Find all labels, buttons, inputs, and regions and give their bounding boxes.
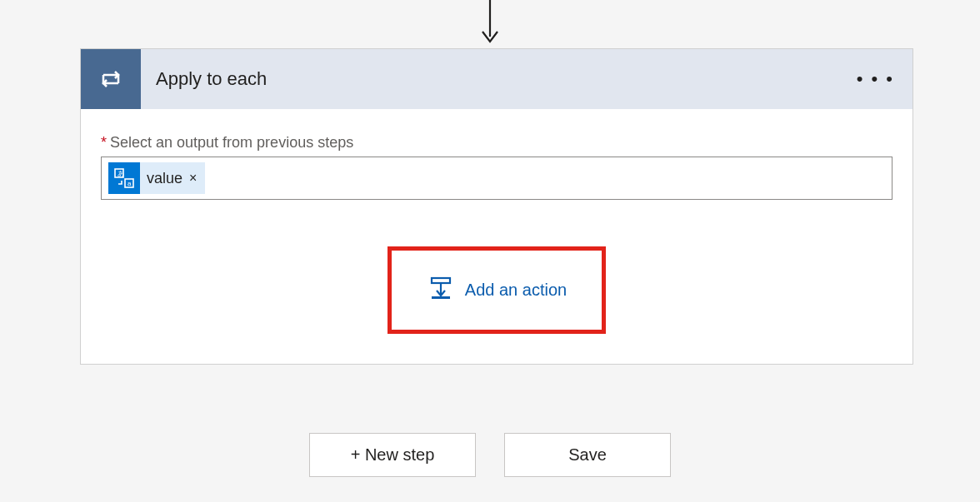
new-step-label: + New step	[351, 445, 435, 464]
svg-text:あ: あ	[118, 170, 124, 177]
field-label-row: * Select an output from previous steps	[101, 134, 892, 152]
card-header[interactable]: Apply to each • • •	[81, 49, 912, 109]
add-action-container: Add an action	[101, 246, 892, 334]
save-button[interactable]: Save	[504, 433, 671, 477]
card-body: * Select an output from previous steps あ…	[81, 109, 912, 364]
save-label: Save	[568, 445, 607, 464]
flow-canvas: Apply to each • • • * Select an output f…	[0, 0, 980, 502]
apply-to-each-card: Apply to each • • • * Select an output f…	[80, 48, 913, 365]
card-title: Apply to each	[156, 68, 267, 90]
field-label: Select an output from previous steps	[110, 134, 353, 152]
more-options-button[interactable]: • • •	[850, 65, 901, 93]
new-step-button[interactable]: + New step	[309, 433, 476, 477]
remove-token-icon[interactable]: ×	[189, 171, 197, 186]
add-action-icon	[427, 274, 455, 306]
value-token[interactable]: あ a value ×	[108, 162, 205, 194]
more-icon: • • •	[857, 68, 894, 89]
svg-rect-5	[432, 278, 450, 283]
svg-text:a: a	[128, 180, 132, 187]
svg-rect-7	[432, 296, 450, 299]
add-action-button[interactable]: Add an action	[427, 274, 567, 306]
highlight-box: Add an action	[388, 246, 606, 334]
token-label: value	[147, 170, 182, 187]
connector-arrow	[480, 0, 500, 46]
output-selector-input[interactable]: あ a value ×	[101, 157, 892, 200]
required-indicator: *	[101, 134, 107, 152]
add-action-label: Add an action	[465, 281, 567, 300]
translate-icon: あ a	[108, 162, 140, 194]
loop-icon	[81, 49, 141, 109]
footer-buttons: + New step Save	[309, 433, 671, 477]
